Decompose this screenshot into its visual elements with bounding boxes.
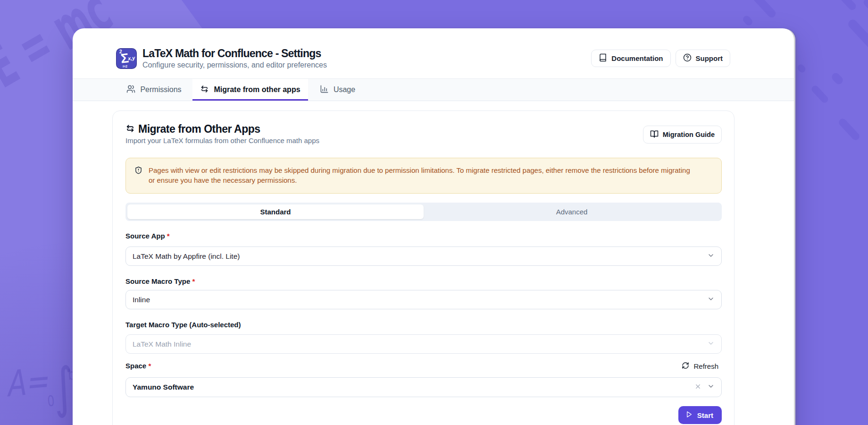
page-background: E = mc A=∫b0f(x)dx 2 Σ x,y i=2 LaTeX Mat… — [0, 0, 868, 425]
panel-subtitle: Import your LaTeX formulas from other Co… — [125, 136, 319, 144]
mode-standard[interactable]: Standard — [127, 204, 424, 219]
card-header: 2 Σ x,y i=2 LaTeX Math for Confluence - … — [73, 28, 794, 79]
play-icon — [685, 411, 693, 419]
required-asterisk: * — [148, 362, 151, 370]
bg-streak — [830, 71, 844, 86]
space-select[interactable]: Yamuno Software — [125, 377, 722, 397]
source-macro-type-value: Inline — [133, 296, 707, 304]
source-app-label: Source App * — [125, 232, 170, 240]
bg-streak — [810, 84, 830, 104]
page-subtitle: Configure security, permissions, and edi… — [142, 61, 327, 69]
bg-streak — [742, 14, 754, 26]
page-title: LaTeX Math for Confluence - Settings — [142, 47, 321, 60]
migration-guide-label: Migration Guide — [663, 131, 715, 138]
users-icon — [126, 85, 135, 95]
tab-permissions-label: Permissions — [140, 85, 181, 94]
source-app-select[interactable]: LaTeX Math by Appfire (incl. Lite) — [125, 246, 722, 266]
target-macro-type-label: Target Macro Type (Auto-selected) — [125, 321, 241, 329]
mode-advanced[interactable]: Advanced — [424, 204, 720, 219]
book-open-icon — [650, 130, 659, 140]
required-asterisk: * — [167, 232, 170, 240]
required-asterisk: * — [192, 277, 195, 285]
restrictions-warning: Pages with view or edit restrictions may… — [125, 158, 722, 194]
app-logo-sub: i=2 — [123, 65, 127, 68]
tab-migrate-from-other-apps[interactable]: Migrate from other apps — [192, 79, 308, 101]
bg-streak — [846, 18, 868, 81]
app-logo-xy: x,y — [127, 55, 135, 61]
refresh-button[interactable]: Refresh — [682, 362, 718, 371]
migration-guide-button[interactable]: Migration Guide — [643, 126, 722, 144]
space-value: Yamuno Software — [133, 383, 694, 391]
tab-permissions[interactable]: Permissions — [116, 79, 192, 101]
app-logo: 2 Σ x,y i=2 — [116, 48, 137, 69]
swap-arrows-icon — [125, 124, 135, 135]
start-button-label: Start — [697, 411, 713, 419]
tab-usage[interactable]: Usage — [308, 79, 367, 101]
migrate-panel: Migrate from Other Apps Import your LaTe… — [112, 110, 734, 425]
chevron-down-icon — [707, 252, 715, 261]
bg-streak — [835, 0, 857, 11]
refresh-label: Refresh — [693, 362, 718, 370]
documentation-button-label: Documentation — [611, 54, 663, 62]
support-button-label: Support — [696, 54, 723, 62]
target-macro-type-value: LaTeX Math Inline — [133, 340, 707, 348]
tab-usage-label: Usage — [334, 85, 355, 94]
refresh-icon — [682, 362, 689, 371]
shield-alert-icon — [134, 165, 142, 186]
bg-streak — [837, 117, 861, 142]
bg-streak — [796, 63, 807, 74]
source-macro-type-select[interactable]: Inline — [125, 290, 722, 309]
swap-arrows-icon — [200, 85, 209, 95]
tab-migrate-label: Migrate from other apps — [214, 85, 300, 94]
warning-text: Pages with view or edit restrictions may… — [149, 165, 694, 186]
bar-chart-icon — [320, 85, 329, 95]
chevron-down-icon — [707, 340, 715, 349]
settings-card: 2 Σ x,y i=2 LaTeX Math for Confluence - … — [73, 28, 794, 425]
source-macro-type-label: Source Macro Type * — [125, 277, 195, 285]
chevron-down-icon — [707, 382, 715, 392]
support-button[interactable]: Support — [676, 50, 731, 67]
source-app-value: LaTeX Math by Appfire (incl. Lite) — [133, 252, 707, 261]
clear-icon[interactable] — [694, 383, 701, 392]
space-label: Space * — [125, 362, 151, 370]
start-button[interactable]: Start — [678, 406, 722, 424]
documentation-button[interactable]: Documentation — [591, 50, 670, 67]
target-macro-type-select[interactable]: LaTeX Math Inline — [125, 334, 722, 354]
chevron-down-icon — [707, 295, 715, 305]
panel-title: Migrate from Other Apps — [138, 123, 260, 135]
tab-bar: Permissions Migrate from other apps Usag… — [73, 79, 794, 101]
book-icon — [599, 53, 607, 63]
bg-streak — [862, 0, 868, 18]
bg-streak — [750, 0, 777, 19]
mode-toggle: Standard Advanced — [125, 203, 722, 221]
help-circle-icon — [683, 53, 692, 63]
